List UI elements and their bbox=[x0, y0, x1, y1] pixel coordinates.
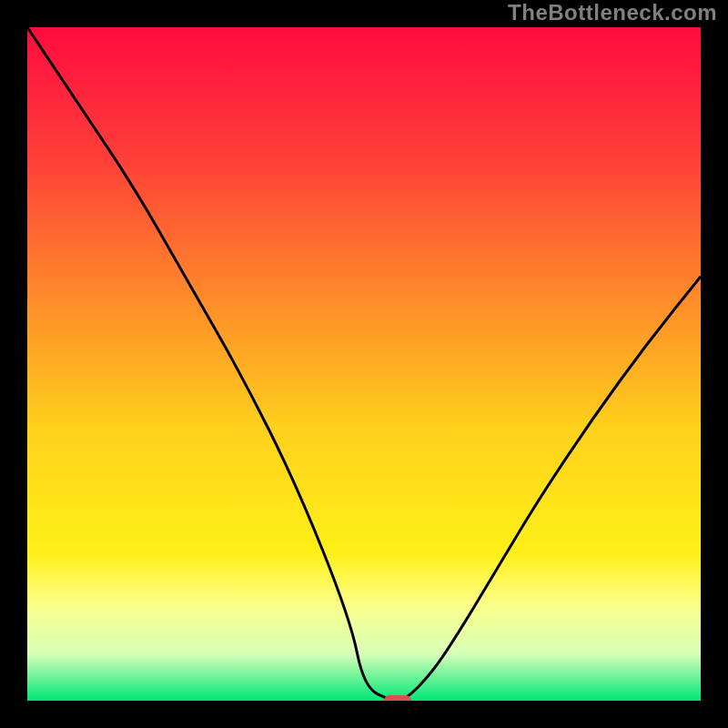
bottleneck-chart bbox=[27, 27, 701, 701]
chart-frame: TheBottleneck.com bbox=[0, 0, 728, 728]
optimal-point-marker bbox=[384, 695, 411, 701]
gradient-background bbox=[27, 27, 701, 701]
watermark-text: TheBottleneck.com bbox=[508, 0, 717, 25]
plot-area bbox=[27, 27, 701, 701]
